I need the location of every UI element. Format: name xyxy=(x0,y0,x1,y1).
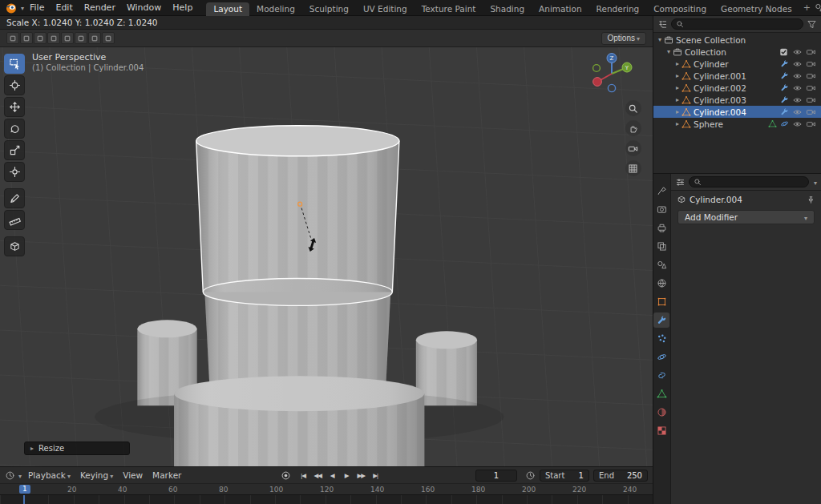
3d-scene-canvas[interactable] xyxy=(0,47,653,466)
frame-start-field[interactable]: Start1 xyxy=(540,470,589,482)
properties-tab-object[interactable] xyxy=(653,294,669,309)
menu-edit[interactable]: Edit xyxy=(50,0,78,16)
cursor-tool[interactable] xyxy=(4,75,25,95)
timeline-menu-playback[interactable]: Playback xyxy=(23,470,75,480)
options-button[interactable]: Options xyxy=(601,32,646,45)
outliner-row-cylinder-003[interactable]: ▸ Cylinder.003 xyxy=(653,94,821,106)
pin-icon[interactable] xyxy=(807,196,815,204)
transform-tool[interactable] xyxy=(4,162,25,182)
tool-header-toggle-7[interactable] xyxy=(88,32,101,44)
menu-render[interactable]: Render xyxy=(79,0,121,16)
perspective-toggle-button[interactable] xyxy=(625,160,641,176)
play-button[interactable]: ▶ xyxy=(340,470,354,482)
disable-in-renders-camera-icon[interactable] xyxy=(806,107,816,117)
tab-layout[interactable]: Layout xyxy=(206,2,249,16)
menu-file[interactable]: File xyxy=(24,0,50,16)
camera-view-button[interactable] xyxy=(625,140,641,156)
tool-header-toggle-6[interactable] xyxy=(75,32,87,44)
use-preview-range-clock-icon[interactable] xyxy=(525,470,536,481)
cylinder-base[interactable] xyxy=(174,376,424,466)
pan-button[interactable] xyxy=(625,120,641,136)
properties-tab-object-data[interactable] xyxy=(653,386,669,401)
tab-rendering[interactable]: Rendering xyxy=(589,2,647,16)
disclosure-triangle-icon[interactable]: ▸ xyxy=(673,108,681,115)
hide-in-viewport-eye-icon[interactable] xyxy=(792,107,803,117)
outliner-search[interactable] xyxy=(671,18,803,30)
outliner-row-cylinder[interactable]: ▸ Cylinder xyxy=(653,58,821,70)
properties-search[interactable] xyxy=(689,176,809,187)
measure-tool[interactable] xyxy=(4,210,25,230)
jump-to-start-button[interactable]: |◀ xyxy=(297,470,310,482)
hide-in-viewport-eye-icon[interactable] xyxy=(792,119,803,129)
outliner-row-cylinder-004[interactable]: ▸ Cylinder.004 xyxy=(653,106,821,118)
disclosure-triangle-icon[interactable]: ▾ xyxy=(656,36,664,43)
tool-header-toggle-1[interactable] xyxy=(6,32,19,44)
rotate-tool[interactable] xyxy=(4,119,25,139)
properties-tab-world[interactable] xyxy=(653,276,669,291)
properties-tab-constraints[interactable] xyxy=(653,368,669,383)
tab-modeling[interactable]: Modeling xyxy=(249,2,302,16)
properties-tab-material[interactable] xyxy=(653,405,669,420)
outliner-search-input[interactable] xyxy=(686,20,799,29)
prev-keyframe-button[interactable]: ◀◀ xyxy=(311,470,325,482)
scale-tool[interactable] xyxy=(4,140,25,160)
disable-in-renders-camera-icon[interactable] xyxy=(806,83,816,93)
tab-sculpting[interactable]: Sculpting xyxy=(302,2,356,16)
timeline-menu-keying[interactable]: Keying xyxy=(75,470,118,480)
tool-header-toggle-2[interactable] xyxy=(20,32,33,44)
outliner-row-cylinder-001[interactable]: ▸ Cylinder.001 xyxy=(653,70,821,82)
hide-in-viewport-eye-icon[interactable] xyxy=(792,95,803,105)
tweak-select-tool[interactable] xyxy=(4,54,25,74)
hide-in-viewport-eye-icon[interactable] xyxy=(792,71,803,81)
next-keyframe-button[interactable]: ▶▶ xyxy=(354,470,368,482)
properties-tab-view-layer[interactable] xyxy=(653,239,669,254)
tool-header-toggle-4[interactable] xyxy=(47,32,60,44)
annotate-tool[interactable] xyxy=(4,188,25,208)
outliner-row-scene-collection[interactable]: ▾ Scene Collection xyxy=(653,34,821,46)
disclosure-triangle-icon[interactable]: ▸ xyxy=(673,84,681,91)
properties-tab-scene[interactable] xyxy=(653,257,669,272)
disable-in-renders-camera-icon[interactable] xyxy=(806,59,816,69)
current-frame-badge[interactable]: 1 xyxy=(19,485,30,494)
properties-tab-tool[interactable] xyxy=(653,183,669,199)
outliner-row-sphere[interactable]: ▸ Sphere xyxy=(653,118,821,130)
properties-tab-modifiers[interactable] xyxy=(653,312,669,328)
properties-tab-particles[interactable] xyxy=(653,331,669,346)
properties-tab-physics[interactable] xyxy=(653,349,669,365)
disable-in-renders-camera-icon[interactable] xyxy=(806,119,816,129)
tab-animation[interactable]: Animation xyxy=(532,2,589,16)
properties-options-caret-icon[interactable] xyxy=(812,177,817,187)
current-frame-field[interactable]: 1 xyxy=(475,470,517,482)
timeline-menu-marker[interactable]: Marker xyxy=(148,470,186,480)
3d-viewport[interactable]: User Perspective (1) Collection | Cylind… xyxy=(0,47,653,466)
timeline-menu-view[interactable]: View xyxy=(118,470,148,480)
navigation-gizmo[interactable]: Z Y xyxy=(588,50,635,97)
disclosure-triangle-icon[interactable]: ▸ xyxy=(673,60,681,67)
add-cube-tool[interactable] xyxy=(4,236,25,256)
disclosure-triangle-icon[interactable]: ▾ xyxy=(665,48,673,55)
auto-keying-record-icon[interactable] xyxy=(280,470,293,482)
disclosure-triangle-icon[interactable]: ▸ xyxy=(673,120,681,127)
tab-texture-paint[interactable]: Texture Paint xyxy=(415,2,483,16)
properties-search-input[interactable] xyxy=(704,178,804,187)
timeline-ruler[interactable]: 204060801001201401601802002202401 xyxy=(0,483,653,494)
timeline-editor-type-icon[interactable] xyxy=(5,470,15,481)
add-modifier-button[interactable]: Add Modifier xyxy=(677,210,815,224)
browse-scene-icon[interactable] xyxy=(815,2,821,13)
tool-header-toggle-5[interactable] xyxy=(61,32,74,44)
tab-shading[interactable]: Shading xyxy=(483,2,532,16)
disable-in-renders-camera-icon[interactable] xyxy=(806,71,816,81)
play-reverse-button[interactable]: ◀ xyxy=(326,470,339,482)
disable-in-renders-camera-icon[interactable] xyxy=(806,95,816,105)
tool-header-toggle-3[interactable] xyxy=(34,32,47,44)
add-workspace-button[interactable]: + xyxy=(799,2,815,13)
blender-logo-icon[interactable] xyxy=(5,2,18,14)
outliner-row-collection[interactable]: ▾ Collection xyxy=(653,46,821,58)
collection-checkbox-icon[interactable] xyxy=(779,47,789,57)
menu-help[interactable]: Help xyxy=(167,0,198,16)
properties-tab-output[interactable] xyxy=(653,220,669,236)
timeline-track-area[interactable] xyxy=(0,494,653,504)
tab-geometry-nodes[interactable]: Geometry Nodes xyxy=(714,2,799,16)
disclosure-triangle-icon[interactable]: ▸ xyxy=(673,72,681,79)
menu-window[interactable]: Window xyxy=(121,0,167,16)
